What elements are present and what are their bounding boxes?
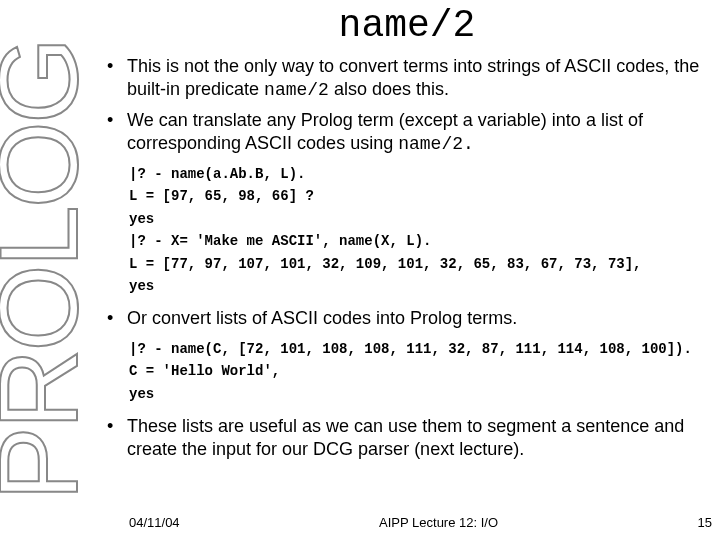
bullet-1-post: also does this.: [329, 79, 449, 99]
bullet-4: • These lists are useful as we can use t…: [105, 415, 709, 460]
bullet-2-text: We can translate any Prolog term (except…: [127, 109, 709, 155]
bullet-dot: •: [105, 109, 127, 155]
bullet-1: • This is not the only way to convert te…: [105, 55, 709, 101]
footer-date: 04/11/04: [105, 515, 180, 530]
side-prolog-label: PROLOG: [0, 0, 91, 540]
bullet-3: • Or convert lists of ASCII codes into P…: [105, 307, 709, 330]
slide-content: name/2 • This is not the only way to con…: [105, 0, 715, 540]
footer: 04/11/04 AIPP Lecture 12: I/O 15: [105, 515, 712, 530]
slide-title: name/2: [105, 4, 709, 47]
bullet-1-text: This is not the only way to convert term…: [127, 55, 709, 101]
footer-page: 15: [698, 515, 712, 530]
bullet-2-pre: We can translate any Prolog term (except…: [127, 110, 643, 153]
bullet-dot: •: [105, 55, 127, 101]
bullet-3-text: Or convert lists of ASCII codes into Pro…: [127, 307, 709, 330]
bullet-1-code: name/2: [264, 80, 329, 100]
side-prolog-text: PROLOG: [0, 39, 103, 500]
bullet-4-text: These lists are useful as we can use the…: [127, 415, 709, 460]
bullet-dot: •: [105, 415, 127, 460]
code-block-2: |? - name(C, [72, 101, 108, 108, 111, 32…: [129, 338, 709, 405]
footer-center: AIPP Lecture 12: I/O: [379, 515, 498, 530]
bullet-2: • We can translate any Prolog term (exce…: [105, 109, 709, 155]
bullet-dot: •: [105, 307, 127, 330]
code-block-1: |? - name(a.Ab.B, L). L = [97, 65, 98, 6…: [129, 163, 709, 297]
bullet-2-code: name/2.: [398, 134, 474, 154]
